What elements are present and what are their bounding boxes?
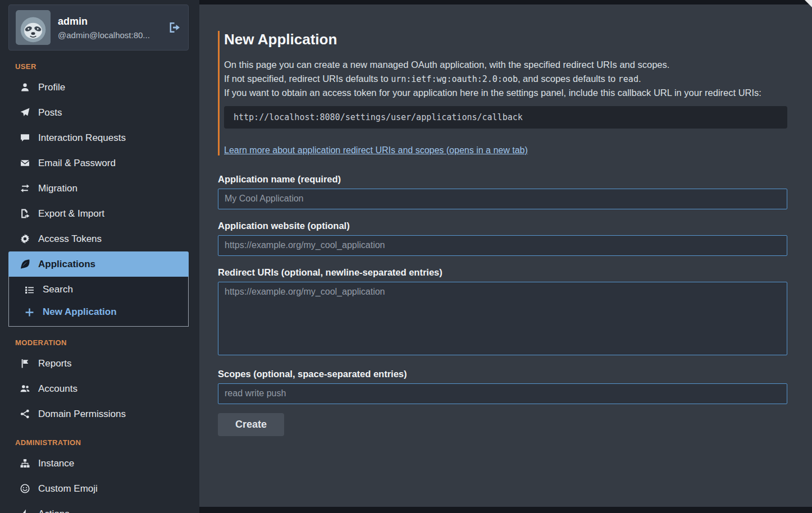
comment-icon bbox=[19, 133, 30, 143]
exchange-arrows-icon bbox=[19, 184, 30, 193]
page-header: New Application On this page you can cre… bbox=[218, 31, 787, 155]
plus-icon bbox=[24, 308, 35, 317]
scopes-input[interactable] bbox=[218, 383, 787, 404]
sitemap-icon bbox=[19, 459, 30, 468]
envelope-icon bbox=[19, 158, 30, 168]
sidebar-item-reports[interactable]: Reports bbox=[8, 351, 189, 376]
sidebar-nav: USER Profile Posts Interaction Requests … bbox=[8, 62, 189, 513]
sidebar-item-label: Interaction Requests bbox=[38, 132, 126, 144]
sidebar-item-label: Actions bbox=[38, 509, 70, 513]
sidebar-item-accounts[interactable]: Accounts bbox=[8, 376, 189, 401]
sidebar-item-email-password[interactable]: Email & Password bbox=[8, 150, 189, 176]
applications-submenu: Search New Application bbox=[8, 277, 189, 327]
users-icon bbox=[19, 384, 30, 393]
intro-text: On this page you can create a new manage… bbox=[224, 58, 787, 100]
intro-line-3: If you want to obtain an access token fo… bbox=[224, 86, 787, 100]
intro-line-2: If not specified, redirect URIs defaults… bbox=[224, 72, 787, 86]
sidebar-item-profile[interactable]: Profile bbox=[8, 75, 189, 100]
scopes-label: Scopes (optional, space-separated entrie… bbox=[218, 369, 787, 379]
new-application-form: Application name (required) Application … bbox=[218, 174, 787, 436]
sidebar-item-label: Domain Permissions bbox=[38, 409, 126, 420]
sidebar-item-label: Profile bbox=[38, 82, 65, 93]
intro-line-2-text: . bbox=[638, 74, 641, 84]
feather-pen-icon bbox=[19, 259, 30, 269]
sidebar-item-label: Search bbox=[43, 284, 73, 295]
oob-uri-code: urn:ietf:wg:oauth:2.0:oob bbox=[391, 74, 518, 84]
section-label-administration: ADMINISTRATION bbox=[15, 438, 189, 447]
sidebar-item-export-import[interactable]: Export & Import bbox=[8, 201, 189, 226]
section-label-moderation: MODERATION bbox=[15, 338, 189, 347]
bolt-icon bbox=[19, 509, 30, 513]
file-export-icon bbox=[19, 209, 30, 218]
scrollbar-corner bbox=[805, 0, 812, 7]
page-title: New Application bbox=[224, 31, 787, 48]
user-handle: @admin@localhost:80... bbox=[58, 30, 161, 40]
sidebar-item-custom-emoji[interactable]: Custom Emoji bbox=[8, 476, 189, 501]
avatar bbox=[16, 10, 51, 45]
network-nodes-icon bbox=[19, 409, 30, 419]
token-gear-icon bbox=[19, 234, 30, 244]
list-icon bbox=[24, 285, 35, 295]
sidebar-item-label: Instance bbox=[38, 458, 74, 469]
paper-plane-icon bbox=[19, 108, 30, 117]
logout-icon[interactable] bbox=[168, 21, 181, 34]
sidebar-item-label: Accounts bbox=[38, 383, 77, 395]
user-icon bbox=[19, 83, 30, 92]
sidebar-item-label: Export & Import bbox=[38, 208, 104, 219]
sidebar-item-label: Migration bbox=[38, 183, 77, 194]
callback-url-block: http://localhost:8080/settings/user/appl… bbox=[224, 106, 787, 129]
callback-url: http://localhost:8080/settings/user/appl… bbox=[234, 112, 523, 122]
sidebar-item-label: Access Tokens bbox=[38, 233, 102, 245]
sidebar-item-instance[interactable]: Instance bbox=[8, 451, 189, 476]
redirect-uris-label: Redirect URIs (optional, newline-separat… bbox=[218, 267, 787, 278]
app-root: admin @admin@localhost:80... USER Profil… bbox=[0, 0, 812, 513]
application-website-label: Application website (optional) bbox=[218, 221, 787, 231]
sidebar-item-label: Reports bbox=[38, 358, 72, 369]
application-website-input[interactable] bbox=[218, 235, 787, 256]
application-name-label: Application name (required) bbox=[218, 174, 787, 185]
read-scope-code: read bbox=[618, 74, 638, 84]
flag-icon bbox=[19, 359, 30, 368]
redirect-uris-textarea[interactable] bbox=[218, 282, 787, 355]
sidebar-item-migration[interactable]: Migration bbox=[8, 176, 189, 201]
sidebar-item-label: Posts bbox=[38, 107, 62, 118]
sidebar-item-label: Email & Password bbox=[38, 158, 116, 169]
sidebar-item-actions[interactable]: Actions bbox=[8, 501, 189, 513]
sidebar-item-interaction-requests[interactable]: Interaction Requests bbox=[8, 125, 189, 150]
intro-line-2-text: , and scopes defaults to bbox=[518, 74, 618, 84]
sidebar-item-search[interactable]: Search bbox=[9, 278, 188, 301]
sidebar-item-new-application[interactable]: New Application bbox=[9, 301, 188, 323]
main-panel: New Application On this page you can cre… bbox=[199, 4, 812, 507]
sidebar-item-access-tokens[interactable]: Access Tokens bbox=[8, 226, 189, 251]
scopes-group: Scopes (optional, space-separated entrie… bbox=[218, 369, 787, 404]
sidebar-item-label: Applications bbox=[38, 259, 95, 270]
user-card[interactable]: admin @admin@localhost:80... bbox=[8, 4, 189, 51]
sidebar-item-label: Custom Emoji bbox=[38, 483, 98, 494]
section-label-user: USER bbox=[15, 62, 189, 71]
intro-line-1: On this page you can create a new manage… bbox=[224, 58, 787, 72]
sidebar-item-applications[interactable]: Applications bbox=[8, 251, 189, 277]
create-button[interactable]: Create bbox=[218, 413, 284, 436]
application-name-input[interactable] bbox=[218, 189, 787, 209]
intro-line-2-text: If not specified, redirect URIs defaults… bbox=[224, 74, 391, 84]
sidebar-item-domain-permissions[interactable]: Domain Permissions bbox=[8, 401, 189, 427]
user-name: admin bbox=[58, 16, 161, 28]
user-info: admin @admin@localhost:80... bbox=[58, 16, 161, 40]
sidebar-item-posts[interactable]: Posts bbox=[8, 100, 189, 125]
application-website-group: Application website (optional) bbox=[218, 221, 787, 256]
smiley-icon bbox=[19, 484, 30, 493]
redirect-uris-group: Redirect URIs (optional, newline-separat… bbox=[218, 267, 787, 358]
sidebar-item-label: New Application bbox=[43, 306, 117, 318]
learn-more-link[interactable]: Learn more about application redirect UR… bbox=[224, 145, 528, 155]
sidebar: admin @admin@localhost:80... USER Profil… bbox=[0, 0, 199, 513]
application-name-group: Application name (required) bbox=[218, 174, 787, 209]
